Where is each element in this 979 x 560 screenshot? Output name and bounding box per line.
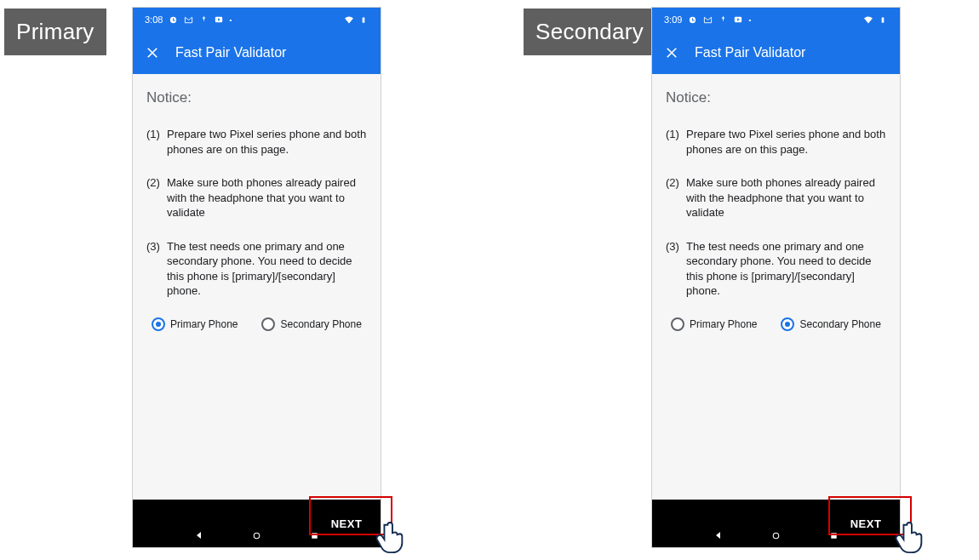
radio-checked-icon [781, 317, 794, 331]
status-left-group: 3:09 • [664, 14, 751, 25]
step-text: Make sure both phones already paired wit… [167, 175, 367, 220]
radio-checked-icon [152, 317, 165, 331]
scene-tag-primary: Primary [4, 9, 106, 55]
nav-back-icon[interactable] [713, 529, 724, 541]
phone-frame-left: 3:08 • Fast Pair Validator Notice: (1) [132, 7, 381, 548]
radio-label: Primary Phone [170, 318, 238, 330]
status-bar: 3:08 • [133, 8, 381, 31]
alarm-icon [168, 14, 178, 25]
notice-step-1: (1) Prepare two Pixel series phone and b… [666, 127, 886, 157]
scene-primary: Primary 3:08 • Fast Pair Validator [0, 0, 490, 560]
status-time: 3:08 [145, 14, 163, 25]
signal-icon [718, 14, 728, 25]
step-text: The test needs one primary and one secon… [686, 239, 886, 299]
step-text: The test needs one primary and one secon… [167, 239, 367, 299]
radio-primary-phone[interactable]: Primary Phone [152, 317, 238, 331]
nav-keys [652, 523, 900, 547]
gmail-icon [702, 14, 713, 25]
notice-step-2: (2) Make sure both phones already paired… [666, 175, 886, 220]
content-area: Notice: (1) Prepare two Pixel series pho… [652, 74, 900, 500]
battery-icon [358, 14, 369, 25]
bottom-bar: NEXT [133, 500, 381, 547]
signal-icon [198, 14, 209, 25]
step-number: (2) [666, 175, 686, 220]
svg-point-1 [254, 533, 260, 539]
step-number: (2) [146, 175, 167, 220]
step-text: Make sure both phones already paired wit… [686, 175, 886, 220]
nav-back-icon[interactable] [193, 529, 205, 541]
radio-unchecked-icon [671, 317, 684, 331]
step-number: (3) [666, 239, 686, 299]
svg-rect-5 [831, 533, 836, 538]
youtube-icon [214, 14, 224, 25]
radio-label: Secondary Phone [799, 318, 880, 330]
status-bar: 3:09 • [652, 8, 900, 31]
scene-secondary: Secondary 3:09 • Fast Pair Validator [519, 0, 979, 560]
radio-label: Primary Phone [690, 318, 757, 330]
radio-primary-phone[interactable]: Primary Phone [671, 317, 757, 331]
status-right-group [344, 14, 369, 25]
pointer-hand-icon [375, 520, 408, 556]
step-number: (3) [146, 239, 167, 299]
pointer-hand-icon [895, 520, 927, 556]
nav-recent-icon[interactable] [309, 529, 321, 541]
scene-tag-secondary: Secondary [524, 9, 656, 55]
app-title: Fast Pair Validator [695, 45, 805, 60]
nav-keys [133, 523, 381, 547]
wifi-icon [863, 14, 873, 25]
gmail-icon [183, 14, 193, 25]
close-icon[interactable] [664, 45, 679, 60]
nav-recent-icon[interactable] [828, 529, 840, 541]
alarm-icon [687, 14, 697, 25]
notice-step-3: (3) The test needs one primary and one s… [666, 239, 886, 299]
nav-home-icon[interactable] [770, 529, 782, 541]
notice-step-2: (2) Make sure both phones already paired… [146, 175, 367, 220]
phone-role-radio-group: Primary Phone Secondary Phone [666, 317, 886, 331]
radio-secondary-phone[interactable]: Secondary Phone [781, 317, 880, 331]
battery-icon [878, 14, 888, 25]
svg-point-4 [773, 533, 779, 539]
app-bar: Fast Pair Validator [652, 31, 900, 74]
notice-heading: Notice: [146, 89, 367, 106]
status-right-group [863, 14, 888, 25]
bottom-bar: NEXT [652, 500, 900, 547]
more-dot-icon: • [229, 16, 232, 24]
notice-heading: Notice: [666, 89, 886, 106]
notice-step-3: (3) The test needs one primary and one s… [146, 239, 367, 299]
radio-unchecked-icon [261, 317, 275, 331]
content-area: Notice: (1) Prepare two Pixel series pho… [133, 74, 381, 500]
app-title: Fast Pair Validator [175, 45, 286, 60]
step-number: (1) [666, 127, 686, 157]
phone-frame-right: 3:09 • Fast Pair Validator Notice: (1) [651, 7, 901, 548]
radio-label: Secondary Phone [280, 318, 361, 330]
nav-home-icon[interactable] [251, 529, 263, 541]
wifi-icon [344, 14, 354, 25]
step-text: Prepare two Pixel series phone and both … [167, 127, 367, 157]
app-bar: Fast Pair Validator [133, 31, 381, 74]
status-time: 3:09 [664, 14, 682, 25]
more-dot-icon: • [748, 16, 751, 24]
radio-secondary-phone[interactable]: Secondary Phone [261, 317, 361, 331]
youtube-icon [733, 14, 743, 25]
notice-step-1: (1) Prepare two Pixel series phone and b… [146, 127, 367, 157]
close-icon[interactable] [145, 45, 160, 60]
step-number: (1) [146, 127, 167, 157]
phone-role-radio-group: Primary Phone Secondary Phone [146, 317, 367, 331]
step-text: Prepare two Pixel series phone and both … [686, 127, 886, 157]
svg-rect-2 [312, 533, 317, 538]
status-left-group: 3:08 • [145, 14, 232, 25]
